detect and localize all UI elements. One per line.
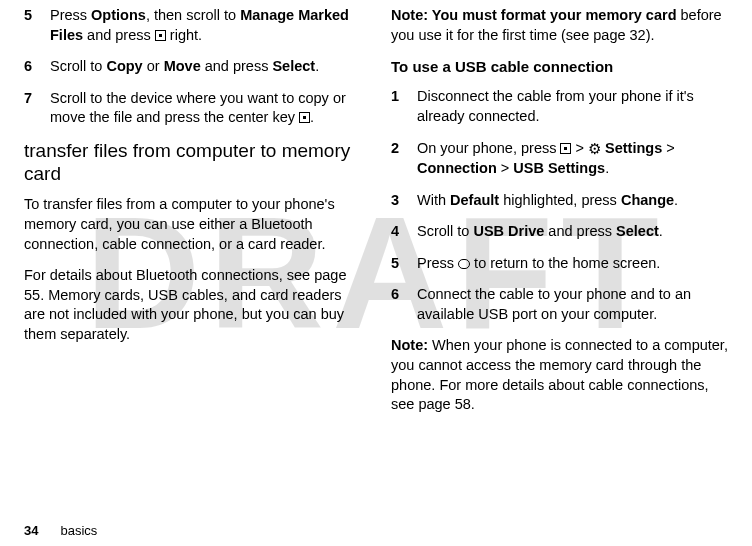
t: right. — [166, 27, 202, 43]
step-text: Connect the cable to your phone and to a… — [417, 285, 728, 324]
step-text: Scroll to Copy or Move and press Select. — [50, 57, 361, 77]
step-number: 4 — [391, 222, 417, 242]
t: > — [497, 160, 514, 176]
t: With — [417, 192, 450, 208]
step-number: 6 — [391, 285, 417, 324]
t: . — [315, 58, 319, 74]
paragraph: For details about Bluetooth connections,… — [24, 266, 361, 344]
b: Connection — [417, 160, 497, 176]
b: Change — [621, 192, 674, 208]
t: Scroll to — [50, 58, 106, 74]
note: Note: When your phone is connected to a … — [391, 336, 728, 414]
step-text: Press Options, then scroll to Manage Mar… — [50, 6, 361, 45]
step-text: Scroll to USB Drive and press Select. — [417, 222, 728, 242]
step-1: 1 Disconnect the cable from your phone i… — [391, 87, 728, 126]
note-bold: Note: — [391, 337, 428, 353]
t: highlighted, press — [499, 192, 621, 208]
step-number: 6 — [24, 57, 50, 77]
b: Move — [164, 58, 201, 74]
t: . — [605, 160, 609, 176]
step-3: 3 With Default highlighted, press Change… — [391, 191, 728, 211]
step-text: Scroll to the device where you want to c… — [50, 89, 361, 128]
paragraph: To transfer files from a computer to you… — [24, 195, 361, 254]
step-6: 6 Scroll to Copy or Move and press Selec… — [24, 57, 361, 77]
b: Select — [616, 223, 659, 239]
step-text: Disconnect the cable from your phone if … — [417, 87, 728, 126]
step-5r: 5 Press to return to the home screen. — [391, 254, 728, 274]
t: and press — [83, 27, 155, 43]
step-4: 4 Scroll to USB Drive and press Select. — [391, 222, 728, 242]
settings-icon: ⚙ — [588, 140, 601, 160]
sub-heading: To use a USB cable connection — [391, 57, 728, 77]
step-number: 1 — [391, 87, 417, 126]
b: Default — [450, 192, 499, 208]
b: USB Settings — [513, 160, 605, 176]
nav-key-icon — [299, 112, 310, 123]
t: > — [662, 140, 675, 156]
t: Press — [417, 255, 458, 271]
note: Note: You must format your memory card b… — [391, 6, 728, 45]
b: USB Drive — [473, 223, 544, 239]
t: , then scroll to — [146, 7, 240, 23]
t: . — [310, 109, 314, 125]
page-footer: 34basics — [24, 523, 97, 538]
step-number: 7 — [24, 89, 50, 128]
note-bold: Note: You must format your memory card — [391, 7, 677, 23]
step-text: With Default highlighted, press Change. — [417, 191, 728, 211]
step-number: 5 — [391, 254, 417, 274]
left-column: 5 Press Options, then scroll to Manage M… — [24, 6, 361, 500]
step-number: 3 — [391, 191, 417, 211]
home-key-icon — [458, 259, 470, 269]
section-heading: transfer files from computer to memory c… — [24, 140, 361, 186]
b: Copy — [106, 58, 142, 74]
step-number: 5 — [24, 6, 50, 45]
b: Select — [272, 58, 315, 74]
page-number: 34 — [24, 523, 38, 538]
t: On your phone, press — [417, 140, 560, 156]
step-2: 2 On your phone, press > ⚙ Settings > Co… — [391, 139, 728, 179]
nav-key-icon — [155, 30, 166, 41]
t: to return to the home screen. — [470, 255, 660, 271]
b: Options — [91, 7, 146, 23]
step-text: Press to return to the home screen. — [417, 254, 728, 274]
t: When your phone is connected to a comput… — [391, 337, 728, 412]
t: or — [143, 58, 164, 74]
step-5: 5 Press Options, then scroll to Manage M… — [24, 6, 361, 45]
right-column: Note: You must format your memory card b… — [391, 6, 728, 500]
t: . — [674, 192, 678, 208]
section-label: basics — [60, 523, 97, 538]
b: Settings — [605, 140, 662, 156]
page-body: 5 Press Options, then scroll to Manage M… — [0, 0, 752, 500]
t: Scroll to — [417, 223, 473, 239]
nav-key-icon — [560, 143, 571, 154]
t: Press — [50, 7, 91, 23]
step-6r: 6 Connect the cable to your phone and to… — [391, 285, 728, 324]
t: and press — [544, 223, 616, 239]
step-text: On your phone, press > ⚙ Settings > Conn… — [417, 139, 728, 179]
t: > — [571, 140, 588, 156]
step-7: 7 Scroll to the device where you want to… — [24, 89, 361, 128]
t: . — [659, 223, 663, 239]
step-number: 2 — [391, 139, 417, 179]
t: and press — [201, 58, 273, 74]
